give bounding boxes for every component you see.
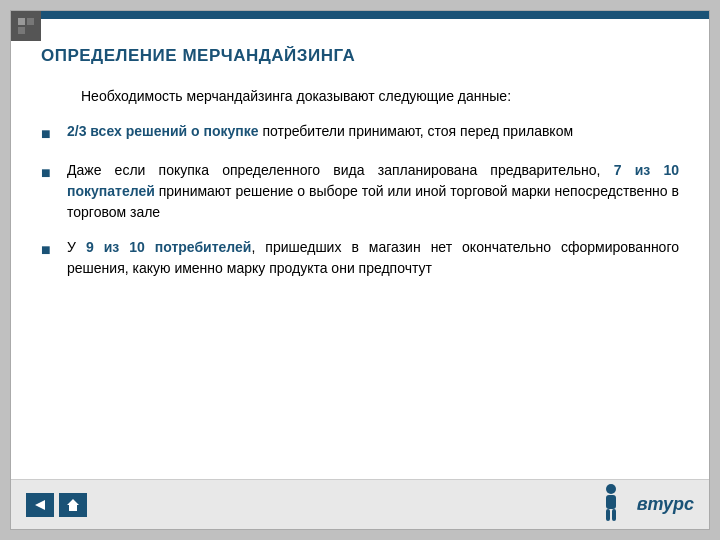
nav-buttons bbox=[26, 493, 87, 517]
bullet-text-1: 2/3 всех решений о покупке потребители п… bbox=[67, 121, 679, 142]
logo-area: втурс bbox=[593, 483, 694, 527]
svg-marker-4 bbox=[35, 500, 45, 510]
highlight-1: 2/3 всех решений о покупке bbox=[67, 123, 259, 139]
bullet-marker-2: ■ bbox=[41, 161, 61, 185]
svg-rect-2 bbox=[18, 27, 25, 34]
svg-marker-5 bbox=[67, 499, 79, 511]
slide-container: ОПРЕДЕЛЕНИЕ МЕРЧАНДАЙЗИНГА Необходимость… bbox=[10, 10, 710, 530]
svg-rect-7 bbox=[606, 495, 616, 509]
back-button[interactable] bbox=[26, 493, 54, 517]
home-icon bbox=[66, 498, 80, 512]
corner-decoration bbox=[11, 11, 41, 41]
content-section: Необходимость мерчандайзинга доказывают … bbox=[41, 86, 679, 279]
svg-rect-3 bbox=[27, 27, 34, 34]
title-section: ОПРЕДЕЛЕНИЕ МЕРЧАНДАЙЗИНГА bbox=[41, 46, 679, 66]
svg-rect-0 bbox=[18, 18, 25, 25]
svg-point-6 bbox=[606, 484, 616, 494]
highlight-3: 9 из 10 потребителей bbox=[86, 239, 252, 255]
bullet-text-2: Даже если покупка определенного вида зап… bbox=[67, 160, 679, 223]
svg-rect-8 bbox=[606, 509, 610, 521]
back-icon bbox=[33, 498, 47, 512]
logo-text: втурс bbox=[637, 494, 694, 515]
bullet-item-2: ■ Даже если покупка определенного вида з… bbox=[41, 160, 679, 223]
logo-figure-icon bbox=[593, 483, 629, 527]
home-button[interactable] bbox=[59, 493, 87, 517]
svg-rect-9 bbox=[612, 509, 616, 521]
slide-title: ОПРЕДЕЛЕНИЕ МЕРЧАНДАЙЗИНГА bbox=[41, 46, 355, 65]
bullet-text-3: У 9 из 10 потребителей, пришедших в мага… bbox=[67, 237, 679, 279]
svg-rect-1 bbox=[27, 18, 34, 25]
highlight-2: 7 из 10 покупателей bbox=[67, 162, 679, 199]
bottom-bar: втурс bbox=[11, 479, 709, 529]
intro-paragraph: Необходимость мерчандайзинга доказывают … bbox=[41, 86, 679, 107]
bullet-item-1: ■ 2/3 всех решений о покупке потребители… bbox=[41, 121, 679, 146]
top-border-decoration bbox=[11, 11, 709, 19]
bullet-item-3: ■ У 9 из 10 потребителей, пришедших в ма… bbox=[41, 237, 679, 279]
bullet-marker-1: ■ bbox=[41, 122, 61, 146]
bullet-marker-3: ■ bbox=[41, 238, 61, 262]
